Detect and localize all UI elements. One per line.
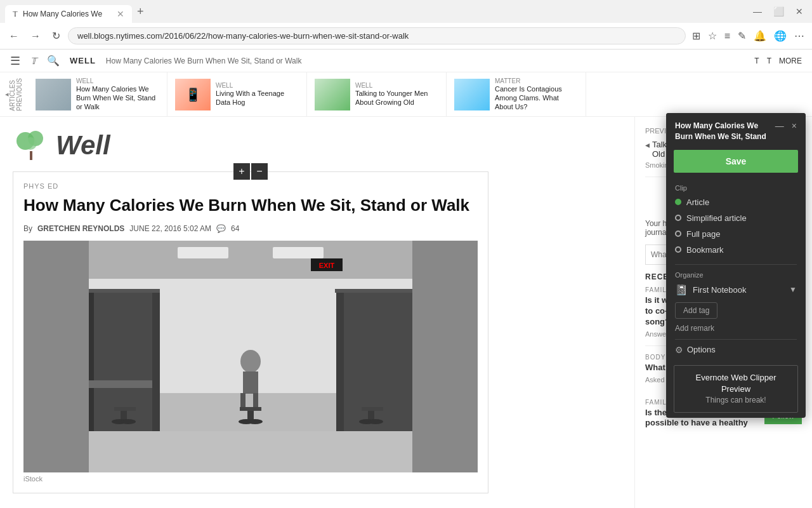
close-button[interactable]: ✕ — [792, 5, 807, 18]
title-bar: 𝕋 How Many Calories We ✕ + — ⬜ ✕ — [0, 0, 812, 23]
organize-section: Organize 📓 First Notebook ▼ Add tag Add … — [666, 265, 806, 339]
related-item-4[interactable]: MATTER Cancer Is Contagious Among Clams.… — [447, 72, 586, 116]
svg-rect-7 — [273, 247, 324, 258]
related-title-3: Talking to Younger Men About Growing Old — [355, 89, 438, 107]
svg-rect-28 — [121, 411, 127, 420]
nav-more-label[interactable]: MORE — [779, 57, 802, 65]
clip-option-article[interactable]: Article — [675, 194, 797, 210]
cubicle-illustration: EXIT — [23, 241, 478, 472]
tab-bar: 𝕋 How Many Calories We ✕ + — [5, 0, 149, 23]
active-tab[interactable]: 𝕋 How Many Calories We ✕ — [5, 5, 132, 23]
evernote-minimize-button[interactable]: — — [775, 121, 784, 131]
back-button[interactable]: ← — [5, 28, 23, 44]
zoom-out-button[interactable]: − — [251, 163, 268, 180]
byline-prefix: By — [23, 224, 32, 233]
svg-rect-15 — [89, 380, 152, 388]
svg-rect-13 — [89, 291, 94, 431]
new-tab-button[interactable]: + — [132, 3, 149, 21]
overflow-button[interactable]: ⋯ — [792, 27, 807, 44]
options-row[interactable]: ⚙ Options — [666, 340, 806, 360]
refresh-button[interactable]: ↻ — [48, 27, 64, 44]
related-section-2: WELL — [216, 82, 299, 89]
evernote-preview-box: Evernote Web Clipper Preview Things can … — [674, 365, 798, 413]
svg-rect-10 — [89, 431, 412, 472]
article-card: + − PHYS ED How Many Calories We Burn Wh… — [13, 171, 488, 493]
svg-rect-31 — [362, 407, 383, 411]
svg-rect-32 — [368, 411, 374, 420]
profile-button[interactable]: 🌐 — [771, 27, 789, 44]
svg-rect-14 — [152, 291, 160, 431]
window-controls: — ⬜ ✕ — [749, 5, 807, 18]
add-remark-button[interactable]: Add remark — [675, 324, 797, 333]
svg-point-19 — [240, 350, 261, 373]
related-info-3: WELL Talking to Younger Men About Growin… — [355, 82, 438, 107]
svg-rect-35 — [89, 289, 160, 293]
forward-button[interactable]: → — [27, 28, 44, 44]
clip-option-fullpage[interactable]: Full page — [675, 226, 797, 242]
nav-t1: T — [754, 57, 759, 65]
zoom-in-button[interactable]: + — [233, 163, 250, 180]
evernote-close-button[interactable]: × — [792, 121, 797, 131]
edit-button[interactable]: ✎ — [735, 27, 749, 44]
prev-articles: ◂ PREVIOUSARTICLES — [0, 72, 28, 116]
svg-rect-24 — [247, 411, 254, 420]
clip-option-fullpage-label: Full page — [686, 229, 720, 239]
related-title-1: How Many Calories We Burn When We Sit, S… — [76, 84, 159, 112]
evernote-panel: How Many Calories We Burn When We Sit, S… — [666, 113, 806, 418]
menu-button[interactable]: ≡ — [722, 28, 733, 44]
clip-option-bookmark-label: Bookmark — [686, 245, 724, 255]
nav-more: T T MORE — [754, 57, 802, 65]
extensions-button[interactable]: 🔔 — [751, 27, 769, 44]
article-byline: By GRETCHEN REYNOLDS JUNE 22, 2016 5:02 … — [23, 224, 478, 233]
svg-point-2 — [24, 137, 37, 150]
site-nav: ☰ 𝕋 🔍 WELL How Many Calories We Burn Whe… — [0, 50, 812, 72]
svg-rect-27 — [114, 407, 136, 411]
bookmark-button[interactable]: ☆ — [705, 27, 719, 44]
zoom-controls: + − — [233, 163, 268, 180]
tab-close-button[interactable]: ✕ — [117, 9, 124, 19]
comment-icon[interactable]: 💬 — [216, 224, 226, 233]
related-strip: ◂ PREVIOUSARTICLES WELL How Many Calorie… — [0, 72, 812, 117]
address-bar: ← → ↻ ⊞ ☆ ≡ ✎ 🔔 🌐 ⋯ — [0, 23, 812, 50]
image-caption: iStock — [23, 475, 478, 483]
gear-icon: ⚙ — [675, 345, 683, 355]
comment-count: 64 — [231, 224, 239, 233]
notebook-row[interactable]: 📓 First Notebook ▼ — [675, 284, 797, 296]
minimize-button[interactable]: — — [749, 5, 766, 18]
url-input[interactable] — [68, 27, 686, 44]
related-item-2[interactable]: 📱 WELL Living With a Teenage Data Hog — [167, 72, 307, 116]
notebook-name: First Notebook — [693, 285, 784, 295]
search-icon[interactable]: 🔍 — [47, 55, 60, 67]
evernote-preview-main: Evernote Web Clipper Preview — [681, 372, 791, 395]
evernote-preview-sub: Things can break! — [681, 395, 791, 406]
evernote-clip-options: Article Simplified article Full page Boo… — [666, 194, 806, 264]
hamburger-menu[interactable]: ☰ — [10, 54, 20, 68]
related-section-4: MATTER — [495, 77, 578, 84]
clip-option-bookmark[interactable]: Bookmark — [675, 242, 797, 258]
clip-option-simplified[interactable]: Simplified article — [675, 210, 797, 226]
clip-radio-bookmark — [675, 246, 681, 253]
article-date: JUNE 22, 2016 5:02 AM — [129, 224, 211, 233]
svg-rect-22 — [253, 393, 258, 409]
article-author: GRETCHEN REYNOLDS — [37, 224, 124, 233]
related-title-4: Cancer Is Contagious Among Clams. What A… — [495, 84, 578, 112]
nav-section-label[interactable]: WELL — [70, 56, 96, 65]
related-thumb-3 — [315, 79, 350, 110]
site-logo: 𝕋 — [30, 56, 37, 66]
svg-point-30 — [121, 419, 136, 424]
related-item-3[interactable]: WELL Talking to Younger Men About Growin… — [307, 72, 447, 116]
svg-rect-5 — [89, 241, 412, 279]
related-item-1[interactable]: WELL How Many Calories We Burn When We S… — [28, 72, 167, 116]
maximize-button[interactable]: ⬜ — [769, 5, 788, 18]
article-title: How Many Calories We Burn When We Sit, S… — [23, 195, 478, 217]
breadcrumb: How Many Calories We Burn When We Sit, S… — [106, 57, 302, 65]
related-section-3: WELL — [355, 82, 438, 89]
related-thumb-2: 📱 — [175, 79, 211, 110]
clip-option-simplified-label: Simplified article — [686, 213, 747, 223]
related-title-2: Living With a Teenage Data Hog — [216, 89, 299, 107]
reading-mode-button[interactable]: ⊞ — [690, 27, 703, 44]
add-tag-button[interactable]: Add tag — [675, 302, 717, 319]
related-info-1: WELL How Many Calories We Burn When We S… — [76, 77, 159, 112]
svg-rect-36 — [335, 289, 412, 293]
evernote-save-button[interactable]: Save — [674, 150, 798, 173]
